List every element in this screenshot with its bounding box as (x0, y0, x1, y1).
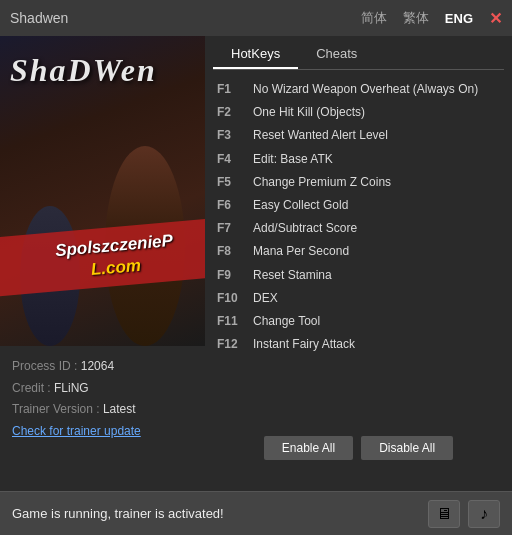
watermark-line2: L.com (90, 255, 142, 278)
app-title: Shadwen (10, 10, 68, 26)
status-message: Game is running, trainer is activated! (12, 506, 224, 521)
hotkey-key: F7 (217, 219, 253, 238)
watermark-line1: SpolszczenieP (54, 231, 173, 260)
game-image: ShaDWen SpolszczenieP L.com (0, 36, 205, 346)
lang-simple[interactable]: 简体 (361, 9, 387, 27)
hotkey-row: F11Change Tool (213, 310, 504, 333)
trainer-label: Trainer Version : (12, 402, 100, 416)
hotkey-row: F8Mana Per Second (213, 240, 504, 263)
hotkey-desc: Reset Wanted Alert Level (253, 126, 388, 145)
right-panel: HotKeys Cheats F1No Wizard Weapon Overhe… (205, 36, 512, 466)
hotkey-key: F12 (217, 335, 253, 354)
info-panel: Process ID : 12064 Credit : FLiNG Traine… (0, 346, 205, 452)
process-value: 12064 (81, 359, 114, 373)
hotkey-desc: Reset Stamina (253, 266, 332, 285)
hotkey-key: F3 (217, 126, 253, 145)
hotkey-key: F11 (217, 312, 253, 331)
hotkey-row: F6Easy Collect Gold (213, 194, 504, 217)
process-label: Process ID : (12, 359, 77, 373)
hotkey-desc: Change Premium Z Coins (253, 173, 391, 192)
hotkey-key: F10 (217, 289, 253, 308)
hotkey-row: F5Change Premium Z Coins (213, 171, 504, 194)
hotkey-key: F9 (217, 266, 253, 285)
status-icons: 🖥 ♪ (428, 500, 500, 528)
hotkey-desc: Change Tool (253, 312, 320, 331)
title-right-controls: 简体 繁体 ENG ✕ (361, 9, 502, 28)
hotkey-key: F5 (217, 173, 253, 192)
disable-all-button[interactable]: Disable All (361, 436, 453, 460)
hotkey-desc: Mana Per Second (253, 242, 349, 261)
hotkey-key: F1 (217, 80, 253, 99)
hotkey-desc: One Hit Kill (Objects) (253, 103, 365, 122)
trainer-update-link[interactable]: Check for trainer update (12, 424, 141, 438)
hotkey-row: F2One Hit Kill (Objects) (213, 101, 504, 124)
watermark-text: SpolszczenieP L.com (9, 226, 205, 287)
status-bar: Game is running, trainer is activated! 🖥… (0, 491, 512, 535)
hotkey-desc: No Wizard Weapon Overheat (Always On) (253, 80, 478, 99)
lang-traditional[interactable]: 繁体 (403, 9, 429, 27)
tab-cheats[interactable]: Cheats (298, 40, 375, 69)
hotkey-list: F1No Wizard Weapon Overheat (Always On)F… (213, 78, 504, 430)
hotkey-row: F1No Wizard Weapon Overheat (Always On) (213, 78, 504, 101)
main-content: ShaDWen SpolszczenieP L.com Process ID :… (0, 36, 512, 466)
tab-hotkeys[interactable]: HotKeys (213, 40, 298, 69)
hotkey-desc: DEX (253, 289, 278, 308)
close-button[interactable]: ✕ (489, 9, 502, 28)
trainer-value: Latest (103, 402, 136, 416)
hotkey-desc: Edit: Base ATK (253, 150, 333, 169)
hotkey-desc: Add/Subtract Score (253, 219, 357, 238)
hotkey-key: F2 (217, 103, 253, 122)
title-bar: Shadwen 简体 繁体 ENG ✕ (0, 0, 512, 36)
hotkey-row: F7Add/Subtract Score (213, 217, 504, 240)
hotkey-key: F8 (217, 242, 253, 261)
action-buttons: Enable All Disable All (213, 430, 504, 466)
lang-english[interactable]: ENG (445, 11, 473, 26)
update-link-row[interactable]: Check for trainer update (12, 421, 193, 443)
hotkey-row: F9Reset Stamina (213, 264, 504, 287)
trainer-row: Trainer Version : Latest (12, 399, 193, 421)
hotkey-key: F6 (217, 196, 253, 215)
hotkey-row: F3Reset Wanted Alert Level (213, 124, 504, 147)
hotkey-key: F4 (217, 150, 253, 169)
left-panel: ShaDWen SpolszczenieP L.com Process ID :… (0, 36, 205, 466)
credit-row: Credit : FLiNG (12, 378, 193, 400)
hotkey-row: F12Instant Fairy Attack (213, 333, 504, 356)
process-id-row: Process ID : 12064 (12, 356, 193, 378)
tab-bar: HotKeys Cheats (213, 36, 504, 70)
hotkey-desc: Easy Collect Gold (253, 196, 348, 215)
hotkey-desc: Instant Fairy Attack (253, 335, 355, 354)
hotkey-row: F4Edit: Base ATK (213, 148, 504, 171)
hotkey-row: F10DEX (213, 287, 504, 310)
enable-all-button[interactable]: Enable All (264, 436, 353, 460)
credit-label: Credit : (12, 381, 51, 395)
music-icon-button[interactable]: ♪ (468, 500, 500, 528)
game-title-overlay: ShaDWen (10, 54, 157, 86)
monitor-icon-button[interactable]: 🖥 (428, 500, 460, 528)
credit-value: FLiNG (54, 381, 89, 395)
